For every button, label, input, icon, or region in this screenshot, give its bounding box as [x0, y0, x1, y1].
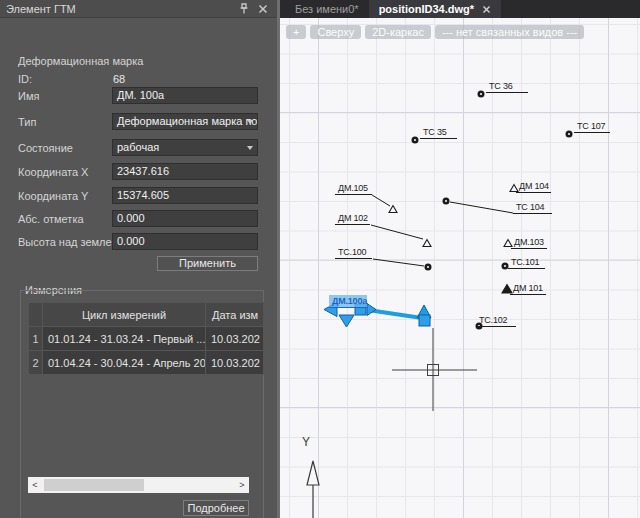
point-label-dm105[interactable]: ДМ.105	[335, 182, 372, 195]
coord-x-field[interactable]: 23437.616	[112, 163, 258, 180]
abs-mark-field[interactable]: 0.000	[112, 210, 258, 227]
point-label-dm102[interactable]: ДМ 102	[335, 212, 370, 225]
coord-x-label: Координата X	[18, 166, 88, 178]
name-field[interactable]: ДМ. 100а	[112, 87, 258, 104]
panel-title: Элемент ГТМ	[6, 3, 231, 15]
grip-arrow-right[interactable]	[367, 304, 376, 316]
drawing-area: Без имени0* positionID34.dwg* + Сверху 2…	[280, 0, 640, 518]
marker-dot	[504, 265, 506, 267]
point-label-tc101[interactable]: ТС.101	[508, 256, 545, 269]
horizontal-scrollbar[interactable]: < >	[28, 477, 249, 493]
point-label-tc100[interactable]: ТС.100	[335, 246, 372, 259]
document-tabbar: Без имени0* positionID34.dwg*	[280, 0, 640, 18]
panel-titlebar: Элемент ГТМ	[0, 0, 277, 18]
dm-point-markers	[389, 185, 518, 294]
gtm-element-panel: Элемент ГТМ Деформационная марка ID: 68 …	[0, 0, 277, 518]
point-label-tc35[interactable]: ТС 35	[420, 126, 457, 139]
id-value: 68	[113, 73, 125, 85]
point-label-tc104[interactable]: ТС 104	[513, 201, 552, 214]
ucs-y-label: Y	[302, 435, 310, 449]
tab-untitled[interactable]: Без имени0*	[285, 0, 369, 18]
details-button[interactable]: Подробнее	[183, 500, 249, 516]
point-marker-dm105[interactable]	[389, 206, 397, 213]
application-window: Элемент ГТМ Деформационная марка ID: 68 …	[0, 0, 640, 518]
panel-body: Деформационная марка ID: 68 Имя ДМ. 100а…	[0, 18, 277, 518]
point-label-dm104[interactable]: ДМ 104	[516, 180, 551, 193]
point-label-tc107[interactable]: ТС 107	[574, 120, 610, 133]
type-dropdown[interactable]: Деформационная марка повер	[112, 113, 258, 130]
id-label: ID:	[18, 73, 32, 85]
scroll-left-icon[interactable]: <	[28, 477, 42, 493]
header-num	[29, 303, 43, 327]
marker-dot	[480, 93, 482, 95]
table-header-row: Цикл измерений Дата изм	[29, 303, 264, 327]
type-dropdown-value: Деформационная марка повер	[117, 115, 258, 127]
state-label: Состояние	[18, 142, 73, 154]
crosshair-cursor	[392, 328, 477, 411]
leader-line-dm105[interactable]	[372, 195, 390, 206]
drawing-canvas[interactable]: + Сверху 2D-каркас --- нет связанных вид…	[280, 18, 640, 518]
selected-leader-line[interactable]	[368, 310, 422, 318]
type-label: Тип	[18, 116, 36, 128]
grip-square-marker[interactable]	[419, 315, 430, 326]
tab-label: Без имени0*	[295, 3, 359, 15]
table-row[interactable]: 2 01.04.24 - 30.04.24 - Апрель 2024 10.0…	[29, 351, 264, 375]
row-cycle: 01.04.24 - 30.04.24 - Апрель 2024	[43, 351, 206, 375]
abs-mark-label: Абс. отметка	[18, 213, 84, 225]
coord-y-field[interactable]: 15374.605	[112, 187, 258, 204]
measurements-table: Цикл измерений Дата изм 1 01.01.24 - 31.…	[28, 302, 264, 375]
apply-button[interactable]: Применить	[157, 256, 258, 271]
marker-dot	[414, 139, 416, 141]
point-marker-dm102[interactable]	[423, 240, 431, 247]
header-date: Дата изм	[206, 303, 264, 327]
leader-line-tc100[interactable]	[373, 259, 424, 266]
point-label-tc36[interactable]: ТС 36	[486, 80, 528, 93]
name-label: Имя	[18, 90, 39, 102]
header-cycle: Цикл измерений	[43, 303, 206, 327]
marker-dot	[568, 133, 570, 135]
table-row[interactable]: 1 01.01.24 - 31.03.24 - Первый ... 10.03…	[29, 327, 264, 351]
tab-label: positionID34.dwg*	[379, 3, 474, 15]
row-cycle: 01.01.24 - 31.03.24 - Первый ...	[43, 327, 206, 351]
row-number: 1	[29, 327, 43, 351]
measurements-groupbox: Цикл измерений Дата изм 1 01.01.24 - 31.…	[20, 290, 264, 518]
chevron-down-icon	[247, 120, 253, 124]
ucs-arrowhead	[307, 461, 319, 485]
grip-arrow-down[interactable]	[339, 315, 354, 327]
close-icon[interactable]	[257, 3, 271, 15]
scrollbar-thumb[interactable]	[44, 479, 144, 491]
marker-dot	[427, 266, 429, 268]
chevron-down-icon	[247, 146, 253, 150]
state-dropdown[interactable]: рабочая	[112, 139, 258, 156]
pin-icon[interactable]	[237, 3, 251, 15]
point-label-dm103[interactable]: ДМ.103	[511, 236, 547, 249]
marker-dot	[445, 200, 447, 202]
tab-positionid34[interactable]: positionID34.dwg*	[369, 0, 501, 18]
scrollbar-track[interactable]	[42, 477, 235, 493]
point-label-dm100a-selected[interactable]: ДМ.100а	[329, 295, 367, 308]
height-field[interactable]: 0.000	[112, 233, 258, 250]
drawing-geometry	[280, 18, 640, 518]
point-label-dm101[interactable]: ДМ 101	[510, 282, 546, 295]
row-date: 10.03.202	[206, 351, 264, 375]
state-dropdown-value: рабочая	[117, 141, 159, 153]
scroll-right-icon[interactable]: >	[235, 477, 249, 493]
leader-line-dm102[interactable]	[371, 225, 423, 239]
tab-close-icon[interactable]	[482, 5, 491, 14]
row-number: 2	[29, 351, 43, 375]
ucs-icon	[307, 461, 319, 518]
coord-y-label: Координата Y	[18, 190, 88, 202]
element-type-heading: Деформационная марка	[18, 55, 143, 67]
height-label: Высота над землей	[18, 236, 118, 248]
row-date: 10.03.202	[206, 327, 264, 351]
point-label-tc102[interactable]: ТС.102	[476, 314, 516, 327]
leader-line-tc104[interactable]	[450, 202, 513, 213]
